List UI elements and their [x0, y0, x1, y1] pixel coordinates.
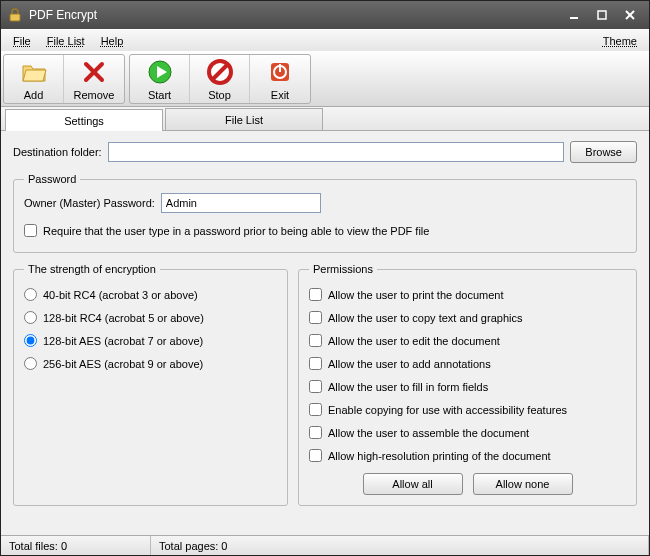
remove-button[interactable]: Remove — [64, 55, 124, 103]
perm-annotate-checkbox[interactable] — [309, 357, 322, 370]
menubar: File File List Help Theme — [1, 29, 649, 51]
perm-accessibility-checkbox[interactable] — [309, 403, 322, 416]
status-total-files: Total files: 0 — [1, 536, 151, 555]
stop-icon — [206, 58, 234, 86]
enc-opt1: 40-bit RC4 (acrobat 3 or above) — [43, 289, 198, 301]
allow-none-button[interactable]: Allow none — [473, 473, 573, 495]
tab-row: Settings File List — [1, 107, 649, 131]
perm-p8: Allow high-resolution printing of the do… — [328, 450, 551, 462]
perm-hires-print-checkbox[interactable] — [309, 449, 322, 462]
tab-filelist[interactable]: File List — [165, 108, 323, 130]
menu-file[interactable]: File — [5, 33, 39, 49]
enc-opt3: 128-bit AES (acrobat 7 or above) — [43, 335, 203, 347]
close-button[interactable] — [617, 6, 643, 24]
dest-input[interactable] — [108, 142, 565, 162]
perm-p1: Allow the user to print the document — [328, 289, 503, 301]
menu-filelist[interactable]: File List — [39, 33, 93, 49]
status-total-pages: Total pages: 0 — [151, 536, 649, 555]
perm-assemble-checkbox[interactable] — [309, 426, 322, 439]
enc-opt4: 256-bit AES (acrobat 9 or above) — [43, 358, 203, 370]
enc-40-rc4-radio[interactable] — [24, 288, 37, 301]
allow-all-button[interactable]: Allow all — [363, 473, 463, 495]
enc-128-rc4-radio[interactable] — [24, 311, 37, 324]
dest-label: Destination folder: — [13, 146, 102, 158]
add-label: Add — [24, 89, 44, 101]
perm-edit-checkbox[interactable] — [309, 334, 322, 347]
add-button[interactable]: Add — [4, 55, 64, 103]
require-pw-checkbox[interactable] — [24, 224, 37, 237]
permissions-legend: Permissions — [309, 263, 377, 275]
encryption-legend: The strength of encryption — [24, 263, 160, 275]
remove-label: Remove — [74, 89, 115, 101]
owner-pw-input[interactable] — [161, 193, 321, 213]
lock-icon — [7, 7, 23, 23]
enc-opt2: 128-bit RC4 (acrobat 5 or above) — [43, 312, 204, 324]
perm-forms-checkbox[interactable] — [309, 380, 322, 393]
tab-settings[interactable]: Settings — [5, 109, 163, 131]
perm-p5: Allow the user to fill in form fields — [328, 381, 488, 393]
menu-theme[interactable]: Theme — [595, 33, 645, 49]
menu-help[interactable]: Help — [93, 33, 132, 49]
stop-label: Stop — [208, 89, 231, 101]
power-icon — [266, 58, 294, 86]
stop-button[interactable]: Stop — [190, 55, 250, 103]
toolgroup-file: Add Remove — [3, 54, 125, 104]
window-title: PDF Encrypt — [29, 8, 559, 22]
statusbar: Total files: 0 Total pages: 0 — [1, 535, 649, 555]
perm-p2: Allow the user to copy text and graphics — [328, 312, 522, 324]
app-window: PDF Encrypt File File List Help Theme Ad… — [0, 0, 650, 556]
exit-button[interactable]: Exit — [250, 55, 310, 103]
svg-rect-0 — [10, 14, 20, 21]
browse-button[interactable]: Browse — [570, 141, 637, 163]
perm-print-checkbox[interactable] — [309, 288, 322, 301]
encryption-group: The strength of encryption 40-bit RC4 (a… — [13, 263, 288, 506]
start-button[interactable]: Start — [130, 55, 190, 103]
perm-p6: Enable copying for use with accessibilit… — [328, 404, 567, 416]
enc-128-aes-radio[interactable] — [24, 334, 37, 347]
perm-copy-checkbox[interactable] — [309, 311, 322, 324]
permissions-group: Permissions Allow the user to print the … — [298, 263, 637, 506]
perm-p7: Allow the user to assemble the document — [328, 427, 529, 439]
exit-label: Exit — [271, 89, 289, 101]
perm-p4: Allow the user to add annotations — [328, 358, 491, 370]
play-icon — [146, 58, 174, 86]
start-label: Start — [148, 89, 171, 101]
password-legend: Password — [24, 173, 80, 185]
folder-open-icon — [20, 58, 48, 86]
minimize-button[interactable] — [561, 6, 587, 24]
owner-pw-label: Owner (Master) Password: — [24, 197, 155, 209]
enc-256-aes-radio[interactable] — [24, 357, 37, 370]
settings-panel: Destination folder: Browse Password Owne… — [1, 131, 649, 535]
titlebar: PDF Encrypt — [1, 1, 649, 29]
password-group: Password Owner (Master) Password: Requir… — [13, 173, 637, 253]
delete-x-icon — [80, 58, 108, 86]
require-pw-label: Require that the user type in a password… — [43, 225, 429, 237]
toolgroup-run: Start Stop Exit — [129, 54, 311, 104]
toolbar: Add Remove Start Stop — [1, 51, 649, 107]
perm-p3: Allow the user to edit the document — [328, 335, 500, 347]
svg-rect-2 — [598, 11, 606, 19]
maximize-button[interactable] — [589, 6, 615, 24]
